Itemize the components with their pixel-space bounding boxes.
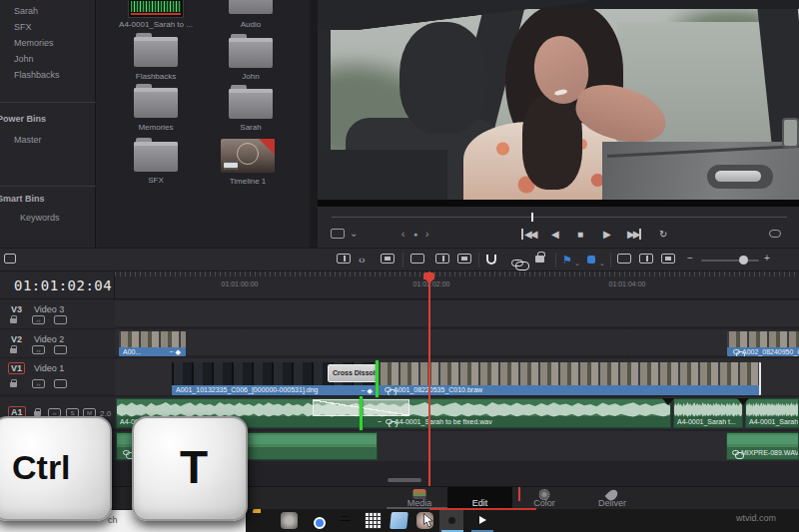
tab-edit[interactable]: Edit — [447, 487, 512, 510]
zoom-out-icon[interactable]: − — [687, 252, 693, 265]
lock-icon[interactable] — [10, 318, 17, 323]
timeline-view-option-1-icon[interactable] — [617, 254, 631, 266]
timeline-view-option-2-icon[interactable] — [639, 254, 653, 266]
calculator-icon[interactable] — [365, 512, 382, 529]
cross-dissolve-transition[interactable]: Cross Dissolve — [328, 364, 378, 382]
playhead-marker[interactable] — [423, 272, 434, 279]
track-header-v3[interactable]: V3 Video 3 ‹› — [0, 299, 115, 329]
edit-point-highlight[interactable] — [360, 396, 363, 430]
zoom-in-icon[interactable]: + — [764, 252, 770, 265]
destination-icon[interactable] — [54, 345, 67, 354]
lock-icon[interactable] — [10, 348, 17, 353]
first-frame-button[interactable]: ◀◀ — [521, 229, 535, 240]
keyframe-diamond-icon[interactable]: ◆ — [368, 387, 375, 394]
track-lane-v2[interactable] — [115, 329, 799, 355]
zoom-slider-knob[interactable] — [739, 256, 748, 265]
gray-app-icon[interactable] — [281, 512, 298, 529]
sidebar-item-memories[interactable]: Memories — [14, 38, 54, 48]
flag-icon[interactable]: ⚑ — [562, 254, 572, 266]
fade-handle-icon[interactable] — [662, 398, 674, 405]
marker-chevron-icon[interactable]: ⌄ — [599, 257, 605, 269]
track-header-v2[interactable]: V2 Video 2 ‹› — [0, 329, 115, 358]
folder-icon[interactable] — [229, 38, 273, 68]
timeline-label[interactable]: Timeline 1 — [203, 177, 293, 186]
folder-icon[interactable] — [134, 37, 178, 67]
destination-icon[interactable] — [54, 379, 67, 388]
position-lock-icon[interactable] — [535, 252, 544, 265]
loop-button[interactable]: ↻ — [659, 229, 667, 240]
dynamic-trim-mode-icon[interactable]: ‹› — [359, 254, 366, 266]
timeline-horizontal-scrollbar[interactable] — [388, 478, 421, 482]
audio-clip[interactable]: A4-0001_Sarah t... — [745, 398, 799, 428]
track-header-v1[interactable]: V1 Video 1 ‹› — [0, 358, 115, 395]
folder-label[interactable]: Sarah — [206, 123, 296, 132]
folder-label[interactable]: Flashbacks — [111, 72, 201, 81]
overwrite-clip-icon[interactable] — [435, 254, 449, 266]
match-frame-button[interactable] — [769, 229, 781, 240]
fit-zoom-button[interactable] — [331, 229, 345, 241]
track-badge-selected[interactable]: V1 — [8, 362, 25, 374]
sidebar-item-sarah[interactable]: Sarah — [14, 6, 38, 16]
play-reverse-button[interactable]: ◀ — [551, 229, 559, 240]
video-clip[interactable]: A001_08220535_C010.braw — [379, 362, 761, 395]
razor-tool-icon[interactable] — [381, 254, 395, 266]
fade-handle-icon[interactable] — [737, 398, 749, 405]
folder-icon[interactable] — [229, 89, 273, 119]
sidebar-item-john[interactable]: John — [14, 54, 34, 64]
audio-clip[interactable]: A4-0001_Sarah t... — [673, 398, 743, 428]
timeline-thumbnail[interactable] — [221, 139, 275, 173]
lock-icon[interactable] — [10, 382, 17, 387]
folder-label[interactable]: John — [206, 72, 296, 81]
snapping-magnet-icon[interactable] — [486, 255, 496, 267]
folder-label[interactable]: Memories — [111, 123, 201, 132]
folder-label[interactable]: Audio — [206, 20, 296, 29]
sidebar-item-sfx[interactable]: SFX — [14, 22, 32, 32]
sidebar-item-keywords[interactable]: Keywords — [20, 213, 60, 223]
notes-app-icon[interactable] — [390, 512, 408, 529]
viewer-playhead-tick[interactable] — [531, 213, 533, 222]
replace-clip-icon[interactable] — [457, 254, 471, 266]
audio-clip[interactable]: MIXPRE-089.WAV — [726, 432, 799, 460]
destination-icon[interactable] — [54, 315, 67, 324]
pane-divider[interactable] — [310, 0, 318, 271]
folder-label[interactable]: SFX — [111, 176, 201, 185]
tab-deliver[interactable]: Deliver — [584, 487, 640, 510]
trim-edit-mode-icon[interactable] — [337, 254, 351, 266]
video-clip[interactable]: A002_08240950_C0... — [727, 331, 799, 356]
track-badge[interactable]: V2 — [8, 333, 25, 345]
folder-icon[interactable] — [134, 142, 178, 172]
track-badge[interactable]: V3 — [8, 303, 25, 315]
marker-icon[interactable] — [587, 254, 595, 266]
insert-clip-icon[interactable] — [410, 254, 424, 266]
video-clip[interactable]: A00... ~◆ — [119, 331, 186, 356]
play-button[interactable]: ▶ — [603, 229, 611, 240]
sidebar-item-master[interactable]: Master — [14, 135, 42, 145]
auto-select-icon[interactable]: ‹› — [32, 379, 45, 388]
mark-out-icon[interactable]: › — [425, 229, 428, 240]
sidebar-item-flashbacks[interactable]: Flashbacks — [14, 70, 60, 80]
zoom-dropdown-chevron-icon[interactable]: ⌄ — [350, 228, 358, 239]
timeline-view-icon[interactable] — [4, 254, 16, 266]
auto-select-icon[interactable]: ‹› — [32, 315, 45, 324]
mark-in-icon[interactable]: ‹ — [401, 229, 404, 240]
zoom-slider-track[interactable] — [701, 260, 759, 262]
auto-select-icon[interactable]: ‹› — [32, 345, 45, 354]
retime-curve-icon[interactable]: ~ — [378, 418, 382, 425]
timecode-display[interactable]: 01:01:02:04 — [14, 277, 112, 293]
linked-selection-icon[interactable] — [511, 257, 523, 269]
tab-color[interactable]: Color — [519, 487, 569, 510]
flag-chevron-icon[interactable]: ⌄ — [574, 257, 580, 269]
stop-button[interactable]: ■ — [577, 229, 583, 240]
keyframe-diamond-icon[interactable]: ◆ — [176, 348, 183, 355]
edit-point-highlight[interactable] — [376, 360, 379, 397]
folder-icon[interactable] — [229, 0, 273, 14]
timeline-view-option-3-icon[interactable] — [661, 254, 675, 266]
track-lane-v3[interactable] — [115, 300, 799, 326]
record-dot-icon[interactable]: ● — [413, 231, 417, 238]
clip-label[interactable]: A4-0001_Sarah to ... — [111, 20, 201, 29]
audio-clip-thumbnail[interactable] — [128, 0, 184, 18]
viewer-scrub-bar[interactable] — [332, 217, 787, 218]
folder-icon[interactable] — [134, 88, 178, 118]
playhead-line[interactable] — [428, 271, 430, 486]
last-frame-button[interactable]: ▶▶ — [627, 229, 641, 240]
